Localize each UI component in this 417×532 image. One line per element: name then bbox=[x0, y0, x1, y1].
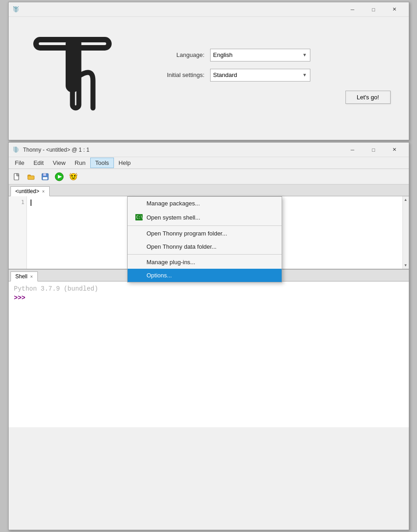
open-system-shell-label: Open system shell... bbox=[147, 214, 201, 221]
open-thonny-program-folder-label: Open Thonny program folder... bbox=[147, 230, 227, 237]
language-select-arrow: ▼ bbox=[303, 52, 307, 57]
setup-form: Language: English ▼ Initial settings: St… bbox=[145, 49, 391, 104]
tools-separator-1 bbox=[128, 225, 282, 226]
setup-maximize-btn[interactable]: □ bbox=[363, 2, 384, 17]
tools-separator-2 bbox=[128, 254, 282, 255]
language-label: Language: bbox=[145, 51, 205, 58]
setup-title-bar: ─ □ ✕ bbox=[9, 2, 409, 17]
scroll-down-arrow[interactable]: ▼ bbox=[402, 262, 409, 269]
svg-line-20 bbox=[76, 175, 77, 175]
options-label: Options... bbox=[147, 272, 172, 279]
thonny-main-window: Thonny - <untitled> @ 1 : 1 ─ □ ✕ File E… bbox=[8, 142, 409, 530]
menu-file[interactable]: File bbox=[10, 158, 29, 168]
svg-point-16 bbox=[74, 175, 75, 176]
svg-line-19 bbox=[69, 175, 71, 175]
svg-line-18 bbox=[76, 173, 77, 174]
menu-tools[interactable]: Tools bbox=[90, 158, 114, 168]
shell-icon: C:\ bbox=[135, 213, 143, 221]
initial-settings-value: Standard bbox=[213, 72, 237, 78]
language-row: Language: English ▼ bbox=[145, 49, 391, 61]
svg-point-14 bbox=[70, 174, 77, 180]
svg-rect-8 bbox=[28, 176, 34, 179]
open-file-icon bbox=[27, 173, 35, 181]
line-number-1: 1 bbox=[10, 199, 25, 205]
shell-tab-close-btn[interactable]: × bbox=[30, 274, 33, 279]
editor-tab-bar: <untitled> × bbox=[9, 184, 409, 196]
svg-text:C:\: C:\ bbox=[136, 215, 143, 220]
thonny-app-icon bbox=[12, 146, 20, 153]
initial-settings-row: Initial settings: Standard ▼ bbox=[145, 69, 391, 82]
menu-run[interactable]: Run bbox=[70, 158, 90, 168]
initial-settings-label: Initial settings: bbox=[145, 72, 205, 78]
debug-btn[interactable] bbox=[67, 170, 80, 183]
lets-go-button[interactable]: Let's go! bbox=[345, 91, 391, 104]
thonny-window-controls: ─ □ ✕ bbox=[342, 143, 405, 157]
setup-close-btn[interactable]: ✕ bbox=[384, 2, 405, 17]
new-file-icon bbox=[13, 173, 21, 181]
manage-packages-label: Manage packages... bbox=[147, 200, 200, 207]
shell-tab[interactable]: Shell × bbox=[10, 271, 38, 281]
editor-container: 1 ▲ ▼ Manage packages... bbox=[9, 196, 409, 269]
language-value: English bbox=[213, 51, 233, 58]
tab-label: <untitled> bbox=[15, 188, 40, 194]
line-numbers: 1 bbox=[9, 196, 27, 269]
editor-scrollbar[interactable]: ▲ ▼ bbox=[402, 196, 409, 269]
setup-body: Language: English ▼ Initial settings: St… bbox=[9, 17, 409, 140]
language-select[interactable]: English ▼ bbox=[210, 49, 310, 61]
menu-item-thonny-data-folder[interactable]: Open Thonny data folder... bbox=[128, 240, 282, 253]
svg-rect-11 bbox=[43, 177, 47, 179]
th-logo bbox=[27, 31, 118, 122]
thonny-minimize-btn[interactable]: ─ bbox=[342, 143, 363, 157]
setup-window: ─ □ ✕ Language: English ▼ Initia bbox=[8, 2, 409, 140]
initial-settings-select[interactable]: Standard ▼ bbox=[210, 69, 310, 82]
save-icon bbox=[41, 173, 49, 181]
svg-line-17 bbox=[70, 173, 71, 174]
new-file-btn[interactable] bbox=[10, 170, 23, 183]
setup-minimize-btn[interactable]: ─ bbox=[342, 2, 363, 17]
save-btn[interactable] bbox=[39, 170, 51, 183]
shell-content[interactable]: Python 3.7.9 (bundled) >>> bbox=[9, 281, 409, 427]
lets-go-row: Let's go! bbox=[145, 91, 391, 104]
menu-item-options[interactable]: Options... bbox=[128, 269, 282, 282]
shell-prompt: >>> bbox=[14, 294, 26, 302]
shell-tab-label: Shell bbox=[15, 273, 28, 280]
scroll-up-arrow[interactable]: ▲ bbox=[402, 196, 409, 203]
menu-item-thonny-program-folder[interactable]: Open Thonny program folder... bbox=[128, 227, 282, 240]
menu-bar: File Edit View Run Tools Help bbox=[9, 157, 409, 169]
shell-prompt-line: >>> bbox=[14, 294, 403, 302]
menu-item-manage-packages[interactable]: Manage packages... bbox=[128, 197, 282, 210]
initial-settings-arrow: ▼ bbox=[303, 72, 307, 77]
app-icon bbox=[12, 6, 20, 13]
menu-help[interactable]: Help bbox=[114, 158, 135, 168]
open-file-btn[interactable] bbox=[25, 170, 37, 183]
svg-rect-10 bbox=[43, 174, 46, 176]
thonny-title-bar: Thonny - <untitled> @ 1 : 1 ─ □ ✕ bbox=[9, 143, 409, 157]
menu-item-manage-plugins[interactable]: Manage plug-ins... bbox=[128, 256, 282, 269]
thonny-maximize-btn[interactable]: □ bbox=[363, 143, 384, 157]
thonny-title-text: Thonny - <untitled> @ 1 : 1 bbox=[23, 147, 342, 153]
toolbar bbox=[9, 169, 409, 184]
text-cursor bbox=[31, 200, 31, 206]
shell-python-version: Python 3.7.9 (bundled) bbox=[14, 285, 403, 292]
tools-dropdown-menu: Manage packages... C:\ Open system shell… bbox=[127, 196, 282, 282]
debug-icon bbox=[68, 172, 78, 182]
untitled-tab[interactable]: <untitled> × bbox=[10, 186, 50, 196]
menu-view[interactable]: View bbox=[48, 158, 70, 168]
thonny-close-btn[interactable]: ✕ bbox=[384, 143, 405, 157]
shell-section: Shell × Python 3.7.9 (bundled) >>> bbox=[9, 269, 409, 427]
run-icon bbox=[54, 172, 64, 182]
menu-item-open-system-shell[interactable]: C:\ Open system shell... bbox=[128, 210, 282, 225]
run-btn[interactable] bbox=[53, 170, 66, 183]
menu-edit[interactable]: Edit bbox=[29, 158, 48, 168]
manage-plugins-label: Manage plug-ins... bbox=[147, 259, 196, 266]
svg-point-15 bbox=[71, 175, 72, 176]
setup-window-controls: ─ □ ✕ bbox=[342, 2, 405, 17]
open-thonny-data-folder-label: Open Thonny data folder... bbox=[147, 243, 217, 250]
tab-close-btn[interactable]: × bbox=[42, 189, 45, 194]
